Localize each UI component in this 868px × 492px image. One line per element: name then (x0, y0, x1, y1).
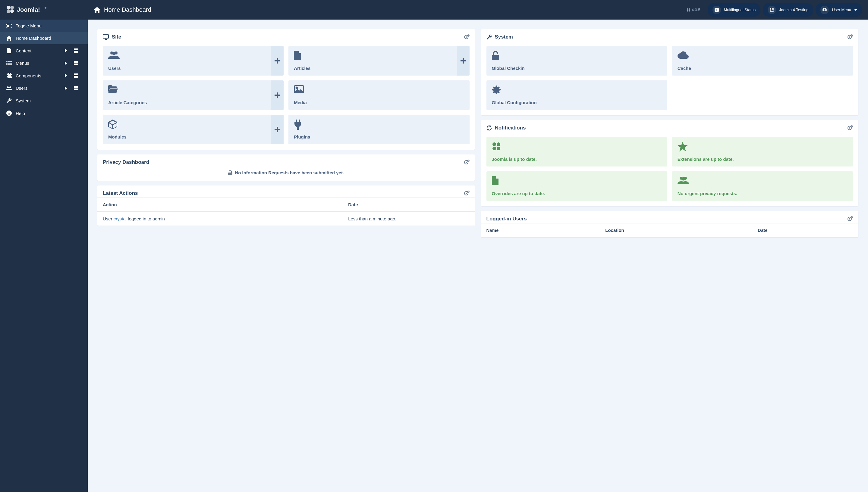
sidebar-item-label: System (16, 98, 83, 103)
toggle-label: Toggle Menu (16, 23, 83, 28)
tile-privacy-requests[interactable]: No urgent privacy requests. (672, 171, 853, 201)
svg-point-14 (6, 63, 7, 64)
svg-point-26 (7, 87, 9, 88)
sidebar: Joomla!® Toggle Menu Home Dashboard Cont… (0, 0, 88, 492)
tile-global-configuration[interactable]: Global Configuration (487, 80, 667, 110)
tile-label: Global Configuration (492, 100, 662, 105)
language-icon: A (712, 6, 721, 14)
panel-settings-icon[interactable] (847, 216, 853, 222)
panel-title: Latest Actions (103, 190, 138, 196)
brand-logo[interactable]: Joomla!® (0, 0, 88, 20)
tile-cache[interactable]: Cache (672, 46, 853, 76)
button-label: Joomla 4 Testing (779, 7, 808, 12)
panel-title: System (495, 34, 513, 40)
grid-icon[interactable] (74, 61, 83, 65)
button-label: Multilingual Status (724, 7, 756, 12)
joomla-icon (492, 142, 662, 151)
panel-title: Notifications (495, 125, 526, 131)
grid-icon[interactable] (74, 48, 83, 53)
panel-title: Logged-in Users (487, 216, 527, 222)
panel-system: System Global Checkin (481, 29, 859, 115)
topbar: Home Dashboard 4.0.5 A Multilingual Stat… (88, 0, 868, 20)
svg-text:®: ® (45, 7, 46, 9)
svg-rect-76 (492, 55, 499, 60)
svg-point-36 (688, 8, 690, 10)
tile-label: Users (108, 66, 265, 71)
sidebar-item-menus[interactable]: Menus (0, 57, 88, 69)
svg-point-58 (296, 87, 298, 89)
panel-loggedin-users: Logged-in Users Name Location Date (481, 211, 859, 238)
sidebar-item-help[interactable]: Help (0, 107, 88, 120)
star-icon (678, 142, 847, 151)
tile-media[interactable]: Media (288, 80, 469, 110)
tile-articles[interactable]: Articles (288, 46, 469, 76)
tile-add-button[interactable] (271, 115, 284, 144)
sidebar-item-system[interactable]: System (0, 94, 88, 107)
panel-title: Site (112, 34, 121, 40)
tile-modules[interactable]: Modules (103, 115, 284, 144)
panel-settings-icon[interactable] (847, 125, 853, 131)
chevron-right-icon (65, 87, 74, 90)
user-menu-button[interactable]: User Menu (816, 3, 862, 17)
toggle-icon (5, 24, 13, 28)
panel-settings-icon[interactable] (464, 191, 470, 196)
svg-point-78 (849, 127, 850, 128)
external-link-icon (768, 6, 776, 14)
svg-point-75 (851, 35, 852, 36)
svg-point-83 (492, 147, 496, 150)
svg-point-91 (851, 217, 852, 218)
joomla-testing-button[interactable]: Joomla 4 Testing (763, 3, 813, 17)
tile-extensions-uptodate[interactable]: Extensions are up to date. (672, 137, 853, 167)
tile-global-checkin[interactable]: Global Checkin (487, 46, 667, 76)
tile-label: Global Checkin (492, 66, 662, 71)
sidebar-item-home[interactable]: Home Dashboard (0, 32, 88, 44)
svg-rect-29 (76, 86, 78, 88)
sidebar-item-components[interactable]: Components (0, 69, 88, 82)
svg-point-1 (10, 6, 14, 9)
svg-rect-67 (228, 173, 232, 175)
svg-rect-61 (296, 120, 297, 122)
grid-icon[interactable] (74, 73, 83, 78)
svg-point-35 (686, 8, 688, 10)
table-header-date: Date (343, 198, 475, 212)
svg-point-82 (497, 142, 500, 146)
panel-settings-icon[interactable] (847, 34, 853, 40)
wrench-icon (487, 34, 492, 40)
table-header-action: Action (97, 198, 343, 212)
tile-overrides-uptodate[interactable]: Overrides are up to date. (487, 171, 667, 201)
panel-notifications: Notifications Joomla is up to date. (481, 120, 859, 206)
unlock-icon (492, 51, 662, 60)
panel-settings-icon[interactable] (464, 34, 470, 40)
tile-add-button[interactable] (271, 80, 284, 110)
sidebar-item-users[interactable]: Users (0, 82, 88, 94)
tile-label: No urgent privacy requests. (678, 191, 847, 196)
sidebar-item-content[interactable]: Content (0, 44, 88, 57)
file-icon (5, 48, 13, 53)
tile-users[interactable]: Users (103, 46, 284, 76)
svg-point-80 (851, 126, 852, 127)
toggle-menu[interactable]: Toggle Menu (0, 20, 88, 32)
tile-joomla-uptodate[interactable]: Joomla is up to date. (487, 137, 667, 167)
multilingual-status-button[interactable]: A Multilingual Status (708, 3, 761, 17)
svg-rect-21 (76, 64, 78, 65)
file-icon (492, 176, 662, 185)
svg-point-3 (10, 9, 14, 13)
list-icon (5, 61, 13, 65)
svg-rect-22 (74, 73, 76, 75)
tile-label: Article Categories (108, 100, 265, 105)
lock-icon (228, 170, 232, 175)
svg-point-81 (492, 142, 496, 146)
tile-article-categories[interactable]: Article Categories (103, 80, 284, 110)
chevron-right-icon (65, 49, 74, 52)
tile-add-button[interactable] (457, 46, 470, 76)
puzzle-icon (5, 73, 13, 78)
grid-icon[interactable] (74, 86, 83, 90)
sidebar-item-label: Components (16, 73, 65, 78)
panel-settings-icon[interactable] (464, 159, 470, 165)
tile-plugins[interactable]: Plugins (288, 115, 469, 144)
sidebar-item-label: Home Dashboard (16, 35, 83, 41)
user-link[interactable]: crystal (114, 216, 126, 221)
svg-rect-23 (76, 73, 78, 75)
image-icon (294, 85, 464, 93)
tile-add-button[interactable] (271, 46, 284, 76)
